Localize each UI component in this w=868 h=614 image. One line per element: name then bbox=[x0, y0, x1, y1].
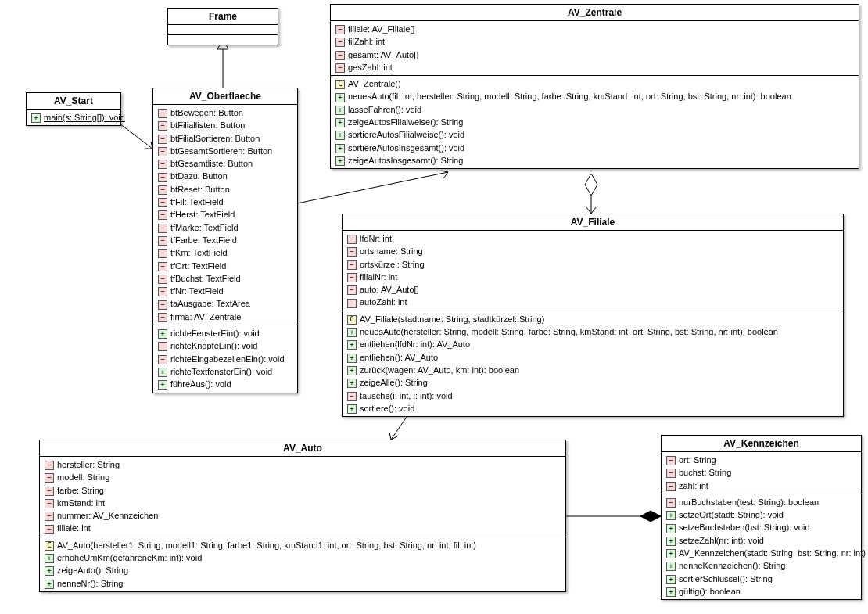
class-member: −btBewegen: Button bbox=[153, 106, 297, 119]
public-icon: + bbox=[347, 328, 357, 337]
class-av-zentrale: AV_Zentrale −filiale: AV_Filiale[]−filZa… bbox=[330, 4, 859, 169]
class-member: +zeigeAutosInsgesamt(): String bbox=[331, 154, 859, 167]
class-member: −tfFarbe: TextField bbox=[153, 234, 297, 246]
class-member: +zurück(wagen: AV_Auto, km: int): boolea… bbox=[343, 364, 843, 376]
class-member: −nummer: AV_Kennzeichen bbox=[40, 509, 565, 522]
public-icon: + bbox=[666, 537, 676, 546]
private-icon: − bbox=[158, 236, 167, 246]
public-icon: + bbox=[347, 379, 357, 388]
class-title: Frame bbox=[168, 9, 278, 25]
public-icon: + bbox=[158, 329, 167, 339]
private-icon: − bbox=[158, 173, 167, 182]
private-icon: − bbox=[158, 185, 167, 195]
class-title: AV_Auto bbox=[40, 440, 565, 457]
public-icon: + bbox=[666, 524, 676, 533]
class-member: +zeigeAlle(): String bbox=[343, 376, 843, 389]
public-icon: + bbox=[335, 131, 345, 140]
class-member: −ortsname: String bbox=[343, 245, 843, 257]
public-icon: + bbox=[158, 368, 167, 377]
private-icon: − bbox=[158, 109, 167, 118]
class-member: −zahl: int bbox=[662, 479, 861, 492]
class-member: −btGesamtliste: Button bbox=[153, 157, 297, 170]
public-icon: + bbox=[335, 156, 345, 166]
private-icon: − bbox=[158, 275, 167, 284]
class-member: −tfHerst: TextField bbox=[153, 208, 297, 221]
private-icon: − bbox=[335, 51, 345, 60]
class-member: −buchst: String bbox=[662, 466, 861, 479]
public-icon: + bbox=[45, 580, 54, 589]
class-av-auto: AV_Auto −hersteller: String−modell: Stri… bbox=[39, 440, 566, 592]
class-member: CAV_Filiale(stadtname: String, stadtkürz… bbox=[343, 313, 843, 325]
class-member: +sortierSchlüssel(): String bbox=[662, 573, 861, 585]
private-icon: − bbox=[158, 300, 167, 310]
private-icon: − bbox=[45, 487, 54, 496]
class-member: −tfKm: TextField bbox=[153, 246, 297, 259]
private-icon: − bbox=[45, 499, 54, 508]
class-member: +setzeZahl(nr: int): void bbox=[662, 534, 861, 547]
private-icon: − bbox=[347, 285, 357, 295]
private-icon: − bbox=[158, 135, 167, 144]
class-member: +nenneNr(): String bbox=[40, 577, 565, 590]
class-member: +richteTextfensterEin(): void bbox=[153, 365, 297, 378]
class-member: −filZahl: int bbox=[331, 35, 859, 48]
class-member: +sortiereAutosFilialweise(): void bbox=[331, 128, 859, 141]
class-member: −gesamt: AV_Auto[] bbox=[331, 48, 859, 61]
public-icon: + bbox=[666, 575, 676, 584]
class-member: +AV_Kennzeichen(stadt: String, bst: Stri… bbox=[662, 547, 861, 559]
private-icon: − bbox=[335, 63, 345, 73]
public-icon: + bbox=[158, 380, 167, 390]
class-av-start: AV_Start +main(s: String[]): void bbox=[26, 92, 121, 126]
public-icon: + bbox=[45, 566, 54, 576]
private-icon: − bbox=[158, 342, 167, 351]
svg-line-3 bbox=[297, 172, 448, 203]
svg-marker-5 bbox=[585, 174, 597, 196]
public-icon: + bbox=[347, 404, 357, 414]
public-icon: + bbox=[666, 562, 676, 571]
class-member: +zeigeAuto(): String bbox=[40, 564, 565, 576]
class-member: −firma: AV_Zentrale bbox=[153, 311, 297, 323]
public-icon: + bbox=[666, 587, 676, 597]
class-member: −lfdNr: int bbox=[343, 232, 843, 245]
class-member: +nenneKennzeichen(): String bbox=[662, 559, 861, 572]
class-title: AV_Start bbox=[27, 93, 120, 110]
public-icon: + bbox=[347, 340, 357, 350]
class-member: −btGesamtSortieren: Button bbox=[153, 145, 297, 157]
private-icon: − bbox=[666, 456, 676, 465]
class-frame: Frame bbox=[167, 8, 278, 45]
class-member: +zeigeAutosFilialweise(): String bbox=[331, 116, 859, 128]
private-icon: − bbox=[45, 525, 54, 534]
class-member: +entliehen(): AV_Auto bbox=[343, 351, 843, 364]
class-member: −farbe: String bbox=[40, 484, 565, 497]
private-icon: − bbox=[45, 473, 54, 483]
class-member: −filiale: AV_Filiale[] bbox=[331, 23, 859, 35]
public-icon: + bbox=[335, 118, 345, 127]
public-icon: + bbox=[45, 554, 54, 563]
private-icon: − bbox=[158, 249, 167, 258]
class-member: +richteFensterEin(): void bbox=[153, 327, 297, 339]
class-member: +setzeBuchstaben(bst: String): void bbox=[662, 521, 861, 533]
class-member: CAV_Auto(hersteller1: String, modell1: S… bbox=[40, 539, 565, 551]
private-icon: − bbox=[347, 299, 357, 308]
class-member: +neuesAuto(hersteller: String, modell: S… bbox=[343, 325, 843, 338]
class-member: −btFilialSortieren: Button bbox=[153, 132, 297, 145]
class-av-oberflaeche: AV_Oberflaeche −btBewegen: Button−btFili… bbox=[152, 88, 298, 393]
class-member: −tfBuchst: TextField bbox=[153, 272, 297, 285]
class-member: −richteKnöpfeEin(): void bbox=[153, 339, 297, 352]
class-member: +sortiereAutosInsgesamt(): void bbox=[331, 142, 859, 154]
class-member: −ortskürzel: String bbox=[343, 258, 843, 271]
private-icon: − bbox=[158, 210, 167, 220]
private-icon: − bbox=[666, 482, 676, 491]
private-icon: − bbox=[347, 273, 357, 282]
class-member: +setzeOrt(stadt: String): void bbox=[662, 508, 861, 521]
private-icon: − bbox=[666, 469, 676, 478]
private-icon: − bbox=[335, 38, 345, 47]
public-icon: + bbox=[31, 113, 41, 123]
private-icon: − bbox=[158, 121, 167, 131]
constructor-icon: C bbox=[45, 541, 54, 551]
private-icon: − bbox=[335, 25, 345, 34]
public-icon: + bbox=[347, 354, 357, 363]
class-member: +gültig(): boolean bbox=[662, 585, 861, 598]
private-icon: − bbox=[158, 355, 167, 364]
svg-line-2 bbox=[120, 124, 152, 149]
class-member: +entliehen(lfdNr: int): AV_Auto bbox=[343, 338, 843, 350]
